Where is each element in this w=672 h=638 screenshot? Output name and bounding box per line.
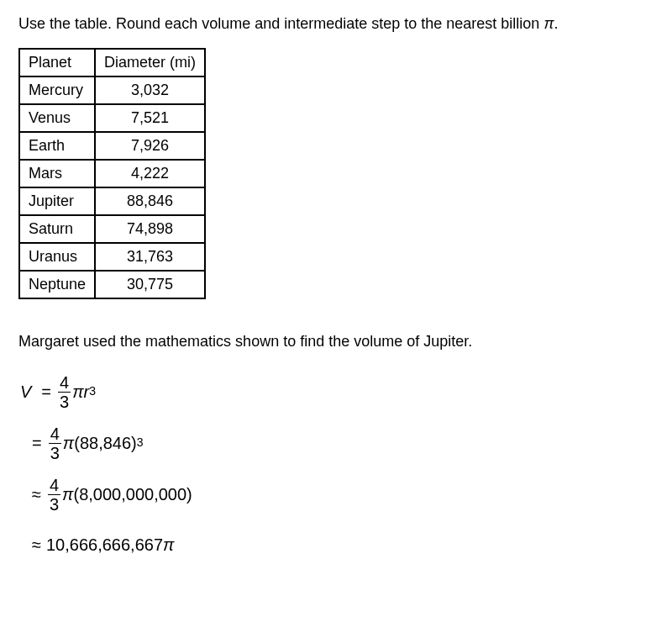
right-paren: ) [131,434,137,453]
fraction-numerator: 4 [49,425,61,443]
fraction-4-3: 4 3 [48,477,60,513]
table-row: Jupiter 88,846 [19,187,205,215]
statement-text: Margaret used the mathematics shown to f… [18,333,654,351]
cell-planet: Uranus [19,243,95,271]
left-paren: ( [74,434,80,453]
instruction-period: . [554,15,558,32]
fraction-numerator: 4 [48,477,60,494]
cell-diameter: 4,222 [95,160,205,187]
table-row: Mercury 3,032 [19,76,205,104]
table-row: Uranus 31,763 [19,243,205,271]
cell-diameter: 7,521 [95,104,205,132]
substituted-value: 88,846 [80,434,131,453]
planet-table: Planet Diameter (mi) Mercury 3,032 Venus… [18,48,206,299]
rounded-value: 8,000,000,000 [79,485,186,504]
math-line-4: ≈ 10,666,666,667 π [20,528,654,562]
cell-diameter: 88,846 [95,187,205,215]
equals-sign: = [32,434,42,453]
fraction-numerator: 4 [58,374,71,392]
approx-sign: ≈ [32,535,41,555]
math-line-1: V = 4 3 π r 3 [20,374,654,410]
fraction-denominator: 3 [49,443,61,461]
table-row: Mars 4,222 [19,160,205,187]
table-row: Saturn 74,898 [19,215,205,243]
fraction-4-3: 4 3 [49,425,61,461]
cell-diameter: 74,898 [95,215,205,243]
table-header-row: Planet Diameter (mi) [19,49,205,76]
table-row: Neptune 30,775 [19,271,205,298]
cell-diameter: 31,763 [95,243,205,271]
pi-symbol: π [63,434,74,453]
cell-planet: Venus [19,104,95,132]
cell-planet: Mars [19,160,95,187]
instruction-text: Use the table. Round each volume and int… [18,15,654,33]
fraction-4-3: 4 3 [58,374,71,410]
math-line-2: = 4 3 π ( 88,846 ) 3 [20,425,654,461]
cell-planet: Saturn [19,215,95,243]
final-value: 10,666,666,667 [46,535,163,555]
cell-diameter: 7,926 [95,132,205,160]
table-row: Earth 7,926 [19,132,205,160]
cell-planet: Earth [19,132,95,160]
cell-diameter: 30,775 [95,271,205,298]
variable-v: V [20,382,31,402]
radius-r: r [84,382,90,402]
fraction-denominator: 3 [58,392,71,410]
cell-planet: Jupiter [19,187,95,215]
cell-diameter: 3,032 [95,76,205,104]
exponent-3: 3 [89,384,96,398]
left-paren: ( [74,485,80,504]
pi-symbol: π [62,485,73,504]
fraction-denominator: 3 [48,494,60,513]
header-planet: Planet [19,49,95,76]
header-diameter: Diameter (mi) [95,49,205,76]
right-paren: ) [186,485,192,504]
math-work: V = 4 3 π r 3 = 4 3 π ( 88,846 ) 3 ≈ 4 3… [20,374,654,562]
approx-sign: ≈ [32,485,41,504]
exponent-3: 3 [137,435,144,449]
pi-symbol: π [543,15,554,32]
pi-symbol: π [163,535,174,555]
instruction-main: Use the table. Round each volume and int… [18,15,543,32]
equals-sign: = [41,382,51,402]
pi-symbol: π [72,382,83,402]
math-line-3: ≈ 4 3 π ( 8,000,000,000 ) [20,477,654,513]
cell-planet: Neptune [19,271,95,298]
table-row: Venus 7,521 [19,104,205,132]
cell-planet: Mercury [19,76,95,104]
